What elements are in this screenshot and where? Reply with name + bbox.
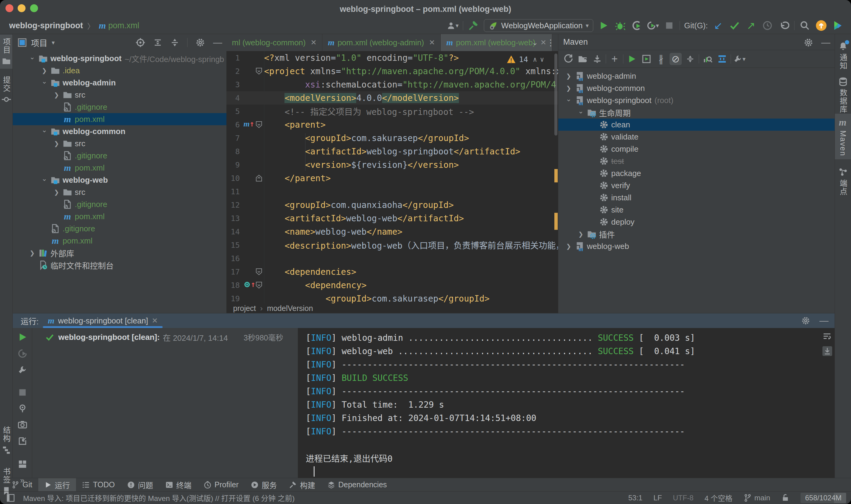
console-softwrap-icon[interactable]	[822, 332, 832, 341]
tree-item-src[interactable]: ❯src	[13, 186, 227, 198]
tabs-menu-icon[interactable]: ⋮	[546, 38, 555, 48]
maven-offline-icon[interactable]: ⊘	[670, 53, 682, 65]
chevron-down-icon[interactable]: ⌄	[39, 174, 50, 184]
locate-file-icon[interactable]	[135, 38, 145, 48]
run-settings-gear-icon[interactable]	[801, 316, 810, 325]
tool-window-button-Profiler[interactable]: Profiler	[198, 478, 245, 491]
run-settings-wrench-icon[interactable]	[18, 365, 28, 375]
tool-window-button-TODO[interactable]: TODO	[76, 478, 121, 491]
search-everywhere-icon[interactable]	[799, 19, 811, 32]
tool-window-button-构建[interactable]: 构建	[283, 478, 321, 491]
tool-window-button-服务[interactable]: 服务	[245, 478, 283, 491]
maven-settings-gear-icon[interactable]	[803, 38, 813, 48]
pin-console-icon[interactable]	[18, 403, 28, 413]
tree-item-verify[interactable]: verify	[558, 179, 835, 192]
dependency-update-gutter-icon[interactable]: ↑	[243, 280, 256, 289]
tool-button-project[interactable]: 项目	[0, 35, 13, 69]
tree-item-weblog-springboot[interactable]: ⌄weblog-springboot~/文件/Code/weblog-sprin…	[13, 52, 227, 65]
chevron-right-icon[interactable]: ❯	[51, 187, 62, 198]
chevron-down-icon[interactable]: ⌄	[39, 77, 50, 87]
chevron-right-icon[interactable]: ❯	[563, 71, 574, 82]
maven-execute-goal-icon[interactable]	[640, 53, 653, 65]
prev-warning-icon[interactable]: ∧	[533, 56, 537, 63]
line-ending[interactable]: LF	[653, 494, 662, 502]
tree-item-.idea[interactable]: ❯.idea	[13, 65, 227, 77]
maven-generate-sources-icon[interactable]	[577, 53, 589, 65]
tree-item-.gitignore[interactable]: .gitignore	[13, 222, 227, 235]
fold-region-icon[interactable]	[256, 282, 262, 289]
run-console[interactable]: [INFO] weblog-admin ....................…	[298, 328, 835, 478]
screenshot-icon[interactable]	[18, 420, 28, 430]
tree-item-.gitignore[interactable]: .gitignore	[13, 101, 227, 113]
tree-item-src[interactable]: ❯src	[13, 138, 227, 149]
tree-item-weblog-admin[interactable]: ❯mweblog-admin	[558, 70, 835, 82]
lock-icon[interactable]	[781, 494, 790, 502]
project-view-dropdown-icon[interactable]: ▾	[52, 39, 55, 46]
chevron-right-icon[interactable]: ❯	[39, 65, 50, 76]
tool-button-commit[interactable]: 提交	[0, 73, 13, 107]
maven-download-sources-icon[interactable]	[591, 53, 603, 65]
rerun-failed-icon[interactable]	[18, 349, 28, 358]
import-into-editor-icon[interactable]	[18, 436, 28, 446]
tree-item-weblog-springboot[interactable]: ⌄mweblog-springboot (root)	[558, 94, 835, 106]
indent-setting[interactable]: 4 个空格	[705, 492, 732, 503]
inspections-widget[interactable]: 14 ∧ ∨	[507, 55, 544, 64]
maven-change-gutter-icon[interactable]: m↑	[243, 119, 254, 129]
chevron-right-icon[interactable]: ❯	[51, 89, 62, 100]
maven-analyze-dependencies-icon[interactable]	[702, 53, 713, 65]
tree-item-weblog-web[interactable]: ❯mweblog-web	[558, 240, 835, 252]
stop-button[interactable]	[663, 19, 675, 32]
tree-item-clean[interactable]: clean	[558, 119, 835, 131]
panel-toggle-icon[interactable]	[6, 493, 15, 503]
maven-reload-icon[interactable]	[562, 53, 574, 65]
chevron-down-icon[interactable]: ⌄	[39, 125, 50, 136]
tool-button-maven[interactable]: m Maven	[835, 114, 851, 159]
fold-region-icon[interactable]	[256, 268, 262, 275]
chevron-right-icon[interactable]: ❯	[27, 248, 38, 258]
breadcrumb-file[interactable]: pom.xml	[108, 21, 139, 31]
ide-plugin-icon[interactable]	[832, 19, 844, 32]
maven-collapse-icon[interactable]	[684, 53, 696, 65]
update-available-icon[interactable]	[815, 19, 827, 32]
tree-item-插件[interactable]: ❯插件	[558, 228, 835, 240]
profile-button[interactable]	[630, 19, 642, 32]
maven-skip-tests-icon[interactable]: ∦	[655, 53, 667, 65]
hide-maven-panel-icon[interactable]: —	[821, 37, 830, 48]
run-configuration-select[interactable]: WeblogWebApplication ▾	[484, 19, 593, 32]
tree-item-src[interactable]: ❯src	[13, 89, 227, 101]
tree-item-pom.xml[interactable]: mpom.xml	[13, 210, 227, 222]
collapse-all-icon[interactable]	[170, 38, 179, 47]
tool-button-endpoints[interactable]: 端点	[835, 164, 851, 199]
breadcrumb-project[interactable]: weblog-springboot	[9, 21, 83, 31]
tree-item-pom.xml[interactable]: mpom.xml	[13, 113, 227, 125]
editor-breadcrumbs[interactable]: project›modelVersion	[227, 303, 558, 313]
tree-item-临时文件和控制台[interactable]: 临时文件和控制台	[13, 259, 227, 271]
editor-scrollbar[interactable]	[554, 51, 558, 303]
tree-item-weblog-web[interactable]: ⌄weblog-web	[13, 174, 227, 186]
rerun-button[interactable]: ▾	[647, 19, 659, 32]
tree-item-deploy[interactable]: deploy	[558, 216, 835, 228]
project-panel-title[interactable]: 项目	[31, 37, 48, 49]
maven-show-dependencies-icon[interactable]	[716, 53, 728, 65]
rollback-icon[interactable]	[778, 19, 790, 32]
fold-region-icon[interactable]	[256, 68, 262, 75]
rerun-maven-icon[interactable]	[18, 332, 28, 342]
chevron-right-icon[interactable]: ❯	[51, 138, 62, 149]
tool-window-button-运行[interactable]: 运行	[38, 478, 76, 491]
tool-window-button-Git[interactable]: Git	[5, 478, 38, 491]
layout-settings-icon[interactable]	[18, 459, 28, 469]
debug-button[interactable]	[614, 19, 626, 32]
chevron-right-icon[interactable]: ❯	[563, 83, 574, 94]
project-settings-gear-icon[interactable]	[195, 38, 205, 48]
editor-tab-pom.xml-weblog-admin-[interactable]: mpom.xml (weblog-admin)✕	[323, 34, 441, 51]
scroll-to-end-icon[interactable]	[822, 346, 832, 356]
tree-item-pom.xml[interactable]: mpom.xml	[13, 235, 227, 247]
tree-item-weblog-common[interactable]: ❯mweblog-common	[558, 82, 835, 94]
editor-tab-ml-weblog-common-[interactable]: ml (weblog-common)✕	[227, 34, 323, 51]
git-commit-icon[interactable]	[728, 19, 741, 32]
chevron-right-icon[interactable]: ❯	[563, 241, 574, 252]
chevron-down-icon[interactable]: ⌄	[27, 52, 38, 62]
run-tab[interactable]: m weblog-springboot [clean] ✕	[43, 313, 163, 328]
memory-indicator[interactable]: 658/1024M	[800, 493, 846, 503]
tree-item-生命周期[interactable]: ⌄生命周期	[558, 106, 835, 119]
